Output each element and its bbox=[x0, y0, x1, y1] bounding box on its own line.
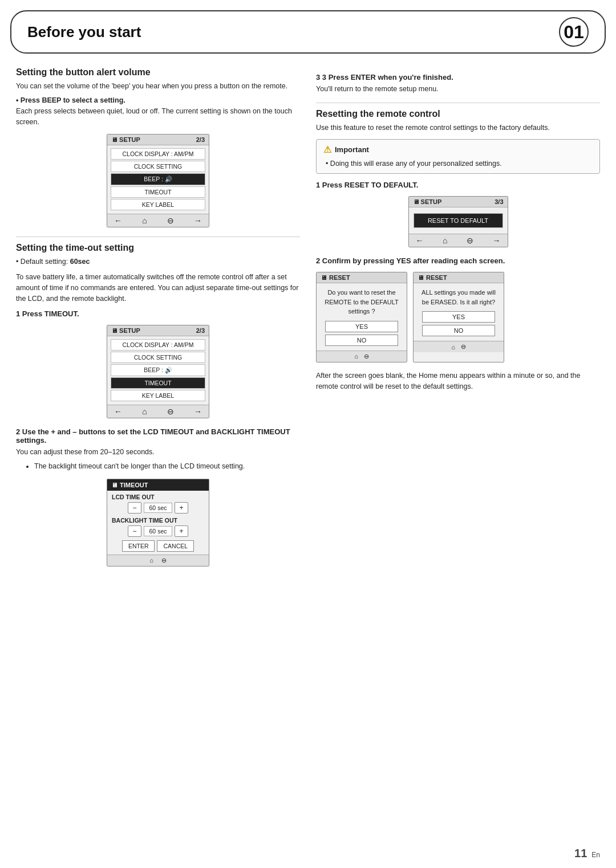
home-icon2: ⌂ bbox=[142, 407, 147, 416]
menu-icon3: ⊖ bbox=[161, 557, 167, 564]
confirm2-icon: 🖥 bbox=[418, 274, 424, 281]
back-icon: ← bbox=[114, 216, 122, 225]
page-number: 01 bbox=[559, 17, 589, 47]
screen2-row3: BEEP : 🔊 bbox=[111, 364, 205, 376]
home-icon-r: ⌂ bbox=[443, 236, 447, 245]
reset-screen: 🖥 SETUP 3/3 RESET TO DEFAULT ← ⌂ ⊖ → bbox=[408, 196, 508, 247]
confirm2-label: RESET bbox=[426, 274, 447, 281]
confirm2-body: ALL settings you made will be ERASED. Is… bbox=[414, 283, 504, 309]
screen1-row5: KEY LABEL bbox=[111, 199, 205, 210]
reset-screen-body: RESET TO DEFAULT bbox=[409, 207, 508, 234]
page-title: Before you start bbox=[27, 23, 141, 41]
main-content: Setting the button alert volume You can … bbox=[0, 54, 616, 587]
cancel-button[interactable]: CANCEL bbox=[157, 540, 194, 552]
backlight-plus-btn[interactable]: + bbox=[175, 525, 188, 537]
section1-heading: Setting the button alert volume bbox=[16, 67, 300, 78]
menu-icon-c1: ⊖ bbox=[364, 353, 369, 360]
page-footer: 11 En bbox=[574, 847, 600, 860]
step2-body: You can adjust these from 20–120 seconds… bbox=[16, 447, 300, 458]
step3-body: You'll return to the remote setup menu. bbox=[316, 84, 600, 95]
screen2-row1: CLOCK DISPLAY : AM/PM bbox=[111, 339, 205, 351]
reset-body: Use this feature to reset the remote con… bbox=[316, 123, 600, 133]
back-icon2: ← bbox=[114, 407, 122, 416]
lcd-timeout-row: − 60 sec + bbox=[112, 502, 204, 514]
page-header: Before you start 01 bbox=[10, 10, 606, 54]
section-button-alert: Setting the button alert volume You can … bbox=[16, 67, 300, 227]
screen2-body: CLOCK DISPLAY : AM/PM CLOCK SETTING BEEP… bbox=[107, 336, 209, 405]
home-icon-c2: ⌂ bbox=[451, 344, 455, 351]
backlight-minus-btn[interactable]: − bbox=[128, 525, 141, 537]
confirm-screen2: 🖥 RESET ALL settings you made will be ER… bbox=[413, 272, 504, 362]
confirm1-yes-btn[interactable]: YES bbox=[325, 321, 398, 332]
reset-screen-page: 3/3 bbox=[495, 198, 503, 205]
confirm2-yes-btn[interactable]: YES bbox=[422, 311, 495, 323]
screen2-row5: KEY LABEL bbox=[111, 390, 205, 401]
reset-screen-icon: 🖥 SETUP bbox=[413, 198, 442, 205]
section2-default: • Default setting: 60sec bbox=[16, 256, 300, 267]
screen1-row4: TIMEOUT bbox=[111, 186, 205, 198]
backlight-timeout-value: 60 sec bbox=[144, 526, 172, 536]
confirm-screens: 🖥 RESET Do you want to reset the REMOTE … bbox=[316, 272, 600, 362]
menu-icon: ⊖ bbox=[167, 216, 174, 225]
lcd-plus-btn[interactable]: + bbox=[175, 502, 188, 514]
screen1-body: CLOCK DISPLAY : AM/PM CLOCK SETTING BEEP… bbox=[107, 145, 209, 214]
confirm1-footer: ⌂ ⊖ bbox=[317, 351, 407, 362]
step1-label: 1 Press TIMEOUT. bbox=[16, 309, 300, 318]
reset-screen-header: 🖥 SETUP 3/3 bbox=[409, 197, 508, 207]
screen2-wrap: 🖥 SETUP 2/3 CLOCK DISPLAY : AM/PM CLOCK … bbox=[16, 325, 300, 418]
lcd-minus-btn[interactable]: − bbox=[128, 502, 141, 514]
screen2-header: 🖥 SETUP 2/3 bbox=[107, 325, 209, 336]
home-icon3: ⌂ bbox=[149, 557, 153, 564]
screen2-icon: 🖥 SETUP bbox=[111, 327, 140, 334]
menu-icon-r: ⊖ bbox=[467, 236, 473, 245]
forward-icon-r: → bbox=[492, 236, 500, 245]
section1-bullet-body: Each press selects between quiet, loud o… bbox=[16, 106, 300, 128]
lang-label: En bbox=[591, 851, 600, 859]
important-box: ⚠ Important • Doing this will erase any … bbox=[316, 139, 600, 174]
timeout-screen-icon: 🖥 bbox=[111, 482, 117, 488]
screen3-body: LCD TIME OUT − 60 sec + BACKLIGHT TIME O… bbox=[107, 491, 209, 555]
reset-screen-footer: ← ⌂ ⊖ → bbox=[409, 234, 508, 247]
enter-button[interactable]: ENTER bbox=[122, 540, 155, 552]
confirm-screen1: 🖥 RESET Do you want to reset the REMOTE … bbox=[316, 272, 407, 362]
reset-to-default-btn[interactable]: RESET TO DEFAULT bbox=[414, 213, 503, 228]
screen2: 🖥 SETUP 2/3 CLOCK DISPLAY : AM/PM CLOCK … bbox=[107, 325, 209, 418]
step2-label: 2 Use the + and – buttons to set the LCD… bbox=[16, 427, 300, 445]
lcd-timeout-value: 60 sec bbox=[144, 503, 172, 513]
section-timeout: Setting the time-out setting • Default s… bbox=[16, 243, 300, 567]
section-reset: Resetting the remote control Use this fe… bbox=[316, 109, 600, 392]
forward-icon: → bbox=[194, 216, 202, 225]
reset-step2-label: 2 Confirm by pressing YES after reading … bbox=[316, 256, 600, 265]
screen1-row1: CLOCK DISPLAY : AM/PM bbox=[111, 148, 205, 160]
right-column: 3 3 Press ENTER when you're finished. Yo… bbox=[316, 67, 600, 576]
warning-icon: ⚠ bbox=[323, 144, 331, 155]
screen2-page: 2/3 bbox=[196, 327, 205, 334]
screen1-footer: ← ⌂ ⊖ → bbox=[107, 214, 209, 227]
home-icon-c1: ⌂ bbox=[354, 353, 358, 360]
backlight-timeout-row: − 60 sec + bbox=[112, 525, 204, 537]
screen1-icon: 🖥 SETUP bbox=[111, 136, 140, 143]
screen3-header: 🖥 TIMEOUT bbox=[107, 479, 209, 491]
confirm2-footer: ⌂ ⊖ bbox=[414, 341, 504, 352]
menu-icon-c2: ⊖ bbox=[461, 343, 466, 351]
confirm1-no-btn[interactable]: NO bbox=[325, 335, 398, 346]
reset-screen-wrap: 🖥 SETUP 3/3 RESET TO DEFAULT ← ⌂ ⊖ → bbox=[316, 196, 600, 247]
forward-icon2: → bbox=[194, 407, 202, 416]
timeout-actions: ENTER CANCEL bbox=[112, 540, 204, 552]
screen2-footer: ← ⌂ ⊖ → bbox=[107, 405, 209, 418]
important-heading: ⚠ Important bbox=[323, 144, 593, 155]
section1-bullet-label: • Press BEEP to select a setting. bbox=[16, 96, 300, 104]
screen3-footer: ⌂ ⊖ bbox=[107, 555, 209, 566]
timeout-screen-label: TIMEOUT bbox=[120, 482, 148, 488]
screen1-row2: CLOCK SETTING bbox=[111, 161, 205, 172]
page-number-footer: 11 bbox=[574, 847, 587, 860]
section1-body: You can set the volume of the 'beep' you… bbox=[16, 81, 300, 92]
screen1-wrap: 🖥 SETUP 2/3 CLOCK DISPLAY : AM/PM CLOCK … bbox=[16, 134, 300, 227]
screen1: 🖥 SETUP 2/3 CLOCK DISPLAY : AM/PM CLOCK … bbox=[107, 134, 209, 227]
confirm1-body: Do you want to reset the REMOTE to the D… bbox=[317, 283, 407, 319]
confirm2-no-btn[interactable]: NO bbox=[422, 325, 495, 336]
confirm2-header: 🖥 RESET bbox=[414, 272, 504, 283]
important-label: Important bbox=[335, 145, 369, 154]
screen2-row4-timeout: TIMEOUT bbox=[111, 377, 205, 389]
screen1-page: 2/3 bbox=[196, 136, 205, 143]
